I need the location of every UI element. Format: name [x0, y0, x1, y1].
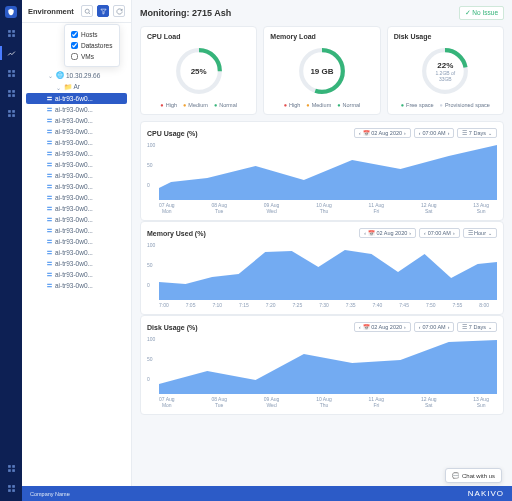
chat-widget[interactable]: 💬 Chat with us [445, 468, 502, 483]
tree-host-item[interactable]: ai-tr93-0w0... [26, 280, 127, 291]
svg-rect-0 [8, 30, 11, 33]
search-icon[interactable] [81, 5, 93, 17]
tree-host-item[interactable]: ai-tr93-0w0... [26, 115, 127, 126]
svg-rect-27 [47, 97, 52, 98]
tree-host-item[interactable]: ai-tr93-0w0... [26, 269, 127, 280]
svg-rect-48 [47, 209, 52, 210]
memory-load-card: Memory Load 19 GB HighMediumNormal [263, 26, 380, 115]
svg-rect-17 [12, 465, 15, 468]
tree-node-ar[interactable]: ⌄📁 Ar [26, 81, 127, 93]
filter-datastores-checkbox[interactable] [71, 42, 78, 49]
svg-marker-26 [100, 9, 105, 14]
svg-point-24 [85, 9, 89, 13]
app-logo-icon[interactable] [5, 6, 17, 18]
tree-host-item[interactable]: ai-tr93-0w0... [26, 203, 127, 214]
date-picker[interactable]: ‹ 📅 02 Aug 2020 › [354, 128, 411, 138]
time-picker[interactable]: ‹ 07:00 AM › [414, 128, 455, 138]
panel-title: Environment [28, 7, 77, 16]
tree-host-item[interactable]: ai-tr93-0w0... [26, 126, 127, 137]
svg-rect-8 [8, 90, 11, 93]
nav-settings-icon[interactable] [6, 463, 16, 473]
svg-rect-42 [47, 176, 52, 177]
filter-vms-checkbox[interactable] [71, 53, 78, 60]
svg-rect-57 [47, 262, 52, 263]
range-picker[interactable]: ☰ 7 Days ⌄ [457, 322, 497, 332]
tree-host-item[interactable]: ai-tr93-0w0... [26, 192, 127, 203]
nav-monitoring-icon[interactable] [6, 48, 16, 58]
filter-popover: Hosts Datastores VMs [64, 24, 120, 67]
svg-rect-3 [12, 34, 15, 37]
range-picker[interactable]: ☰ Hour ⌄ [463, 228, 497, 238]
svg-rect-13 [12, 110, 15, 113]
tree-host-item[interactable]: ai-tr93-0w0... [26, 137, 127, 148]
svg-rect-4 [8, 70, 11, 73]
chart-2: Disk Usage (%)‹ 📅 02 Aug 2020 ›‹ 07:00 A… [140, 315, 504, 415]
disk-usage-card: Disk Usage 22%1.2GB of 33GB Free spacePr… [387, 26, 504, 115]
time-picker[interactable]: ‹ 07:00 AM › [419, 228, 460, 238]
svg-rect-55 [47, 251, 52, 252]
nav-dashboard-icon[interactable] [6, 28, 16, 38]
footer: Company Name NAKIVO [22, 486, 512, 501]
tree-host-item[interactable]: ai-tr93-0w0... [26, 170, 127, 181]
svg-rect-29 [47, 108, 52, 109]
cpu-load-card: CPU Load 25% HighMediumNormal [140, 26, 257, 115]
svg-rect-50 [47, 220, 52, 221]
tree-host-item[interactable]: ai-tr93-0w0... [26, 225, 127, 236]
nav-help-icon[interactable] [6, 483, 16, 493]
svg-rect-23 [12, 489, 15, 492]
svg-rect-61 [47, 284, 52, 285]
svg-rect-41 [47, 174, 52, 175]
svg-rect-54 [47, 242, 52, 243]
time-picker[interactable]: ‹ 07:00 AM › [414, 322, 455, 332]
svg-rect-59 [47, 273, 52, 274]
svg-rect-6 [8, 74, 11, 77]
disk-gauge: 22%1.2GB of 33GB [420, 46, 470, 96]
date-picker[interactable]: ‹ 📅 02 Aug 2020 › [354, 322, 411, 332]
tree-host-item[interactable]: ai-tr93-0w0... [26, 159, 127, 170]
page-title: Monitoring: 2715 Ash [140, 8, 231, 18]
monitoring-area: Monitoring: 2715 Ash ✓ No Issue CPU Load… [132, 0, 512, 486]
svg-rect-51 [47, 229, 52, 230]
memory-gauge: 19 GB [297, 46, 347, 96]
left-nav [0, 0, 22, 501]
svg-rect-1 [12, 30, 15, 33]
svg-rect-14 [8, 114, 11, 117]
tree-host-item[interactable]: ai-tr93-0w0... [26, 247, 127, 258]
svg-rect-52 [47, 231, 52, 232]
tree-host-item[interactable]: ai-tr93-0w0... [26, 104, 127, 115]
environment-tree: ⌄🌐 10.30.29.66 ⌄📁 Ar ai-tr93-6w0... ai-t… [22, 23, 131, 486]
nav-apps-icon[interactable] [6, 88, 16, 98]
svg-rect-12 [8, 110, 11, 113]
tree-host-item[interactable]: ai-tr93-0w0... [26, 148, 127, 159]
svg-line-25 [88, 12, 89, 13]
chart-1: Memory Used (%)‹ 📅 02 Aug 2020 ›‹ 07:00 … [140, 221, 504, 315]
svg-rect-37 [47, 152, 52, 153]
svg-rect-5 [12, 70, 15, 73]
brand-logo: NAKIVO [468, 489, 504, 498]
nav-modules-icon[interactable] [6, 108, 16, 118]
svg-rect-2 [8, 34, 11, 37]
status-badge: ✓ No Issue [459, 6, 504, 20]
date-picker[interactable]: ‹ 📅 02 Aug 2020 › [359, 228, 416, 238]
tree-host-item[interactable]: ai-tr93-0w0... [26, 214, 127, 225]
filter-icon[interactable] [97, 5, 109, 17]
svg-rect-7 [12, 74, 15, 77]
svg-rect-36 [47, 143, 52, 144]
cpu-gauge: 25% [174, 46, 224, 96]
svg-rect-31 [47, 119, 52, 120]
svg-rect-39 [47, 163, 52, 164]
filter-hosts-checkbox[interactable] [71, 31, 78, 38]
nav-grid-icon[interactable] [6, 68, 16, 78]
svg-rect-21 [12, 485, 15, 488]
tree-host-item[interactable]: ai-tr93-6w0... [26, 93, 127, 104]
svg-rect-56 [47, 253, 52, 254]
tree-host-item[interactable]: ai-tr93-0w0... [26, 181, 127, 192]
svg-rect-60 [47, 275, 52, 276]
tree-host-item[interactable]: ai-tr93-0w0... [26, 258, 127, 269]
tree-node-ip[interactable]: ⌄🌐 10.30.29.66 [26, 69, 127, 81]
refresh-icon[interactable] [113, 5, 125, 17]
svg-rect-33 [47, 130, 52, 131]
tree-host-item[interactable]: ai-tr93-0w0... [26, 236, 127, 247]
range-picker[interactable]: ☰ 7 Days ⌄ [457, 128, 497, 138]
svg-rect-16 [8, 465, 11, 468]
